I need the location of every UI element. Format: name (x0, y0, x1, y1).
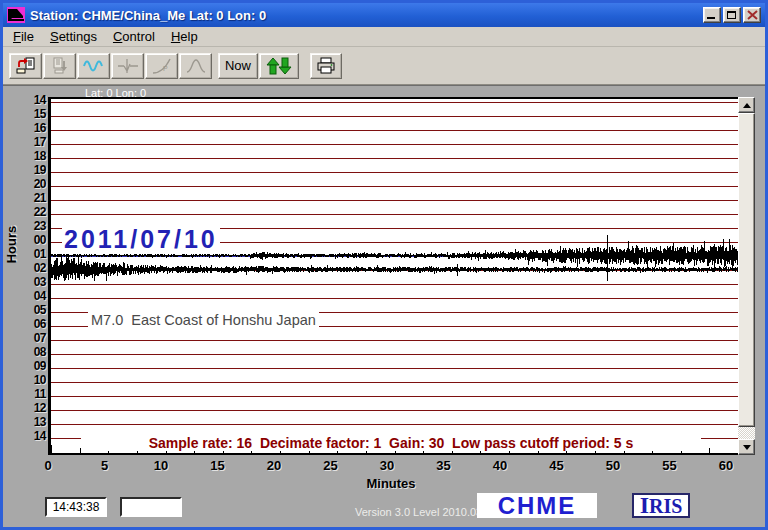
app-window: Station: CHME/China_Me Lat: 0 Lon: 0 Fil… (0, 0, 768, 530)
waveform-icon (83, 57, 105, 75)
pick-phase-button[interactable] (111, 53, 144, 79)
chevron-up-icon (743, 103, 751, 108)
hours-axis-label: Hours (4, 215, 19, 275)
close-button[interactable] (743, 7, 761, 23)
time-display: 14:43:38 (45, 497, 107, 517)
aux-display (120, 497, 182, 517)
maximize-button[interactable] (723, 7, 741, 23)
chevron-down-icon (743, 445, 751, 450)
bell-curve-icon (186, 57, 206, 75)
menu-bar: FileSettingsControlHelp (3, 27, 765, 47)
gauss-filter-button[interactable] (179, 53, 212, 79)
svg-text:P: P (163, 65, 168, 72)
menu-item-control[interactable]: Control (105, 27, 163, 46)
menu-item-settings[interactable]: Settings (42, 27, 105, 46)
maximize-icon (727, 11, 736, 19)
green-up-down-arrows-icon (266, 57, 292, 75)
title-bar[interactable]: Station: CHME/China_Me Lat: 0 Lon: 0 (3, 3, 765, 27)
window-title: Station: CHME/China_Me Lat: 0 Lon: 0 (30, 8, 703, 23)
menu-item-help[interactable]: Help (163, 27, 206, 46)
phase-pick-icon (117, 57, 139, 75)
menu-item-file[interactable]: File (5, 27, 42, 46)
minutes-axis-label: Minutes (351, 476, 431, 491)
extract-event-button[interactable] (9, 53, 42, 79)
scroll-updown-button[interactable] (259, 53, 299, 79)
print-button[interactable] (310, 53, 342, 79)
app-icon (7, 7, 25, 23)
minimize-icon (707, 17, 715, 19)
save-button[interactable] (43, 53, 76, 79)
seismogram-plot[interactable] (51, 99, 738, 453)
scrollbar-up-button[interactable] (738, 97, 755, 113)
toolbar: P Now (3, 47, 765, 85)
p-arrival-button[interactable]: P (145, 53, 178, 79)
scrollbar-down-button[interactable] (738, 439, 755, 455)
printer-icon (316, 57, 336, 75)
p-curve-icon: P (152, 57, 172, 75)
page-export-icon (16, 57, 36, 75)
heliplot-area[interactable]: 2011/07/10 M7.0 East Coast of Honshu Jap… (48, 97, 738, 455)
filter-button[interactable] (77, 53, 110, 79)
settings-label: Sample rate: 16 Decimate factor: 1 Gain:… (81, 435, 701, 451)
minimize-button[interactable] (703, 7, 721, 23)
scrollbar-thumb[interactable] (738, 113, 755, 427)
station-logo: CHME (477, 493, 597, 518)
page-save-icon (50, 57, 70, 75)
event-label: M7.0 East Coast of Honshu Japan (88, 312, 319, 328)
close-icon (744, 8, 760, 22)
date-label: 2011/07/10 (62, 225, 220, 254)
now-button[interactable]: Now (218, 53, 258, 79)
vertical-scrollbar[interactable] (738, 97, 755, 455)
iris-logo: IRIS (632, 493, 690, 518)
